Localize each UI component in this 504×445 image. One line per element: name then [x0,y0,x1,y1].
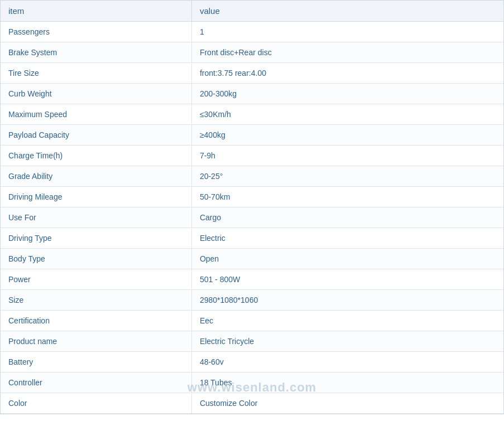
cell-item: Body Type [1,249,191,269]
cell-value: 7-9h [191,146,503,166]
cell-item: Certification [1,311,191,331]
table-row: Driving Mileage50-70km [1,187,503,207]
cell-value: ≤30Km/h [191,104,503,125]
cell-value: Electric [191,228,503,249]
cell-item: Maximum Speed [1,104,191,125]
table-row: Battery48-60v [1,352,503,373]
table-row: Curb Weight200-300kg [1,84,503,104]
cell-value: Open [191,249,503,269]
cell-item: Grade Ability [1,166,191,187]
cell-value: ≥400kg [191,125,503,146]
table-row: Brake SystemFront disc+Rear disc [1,42,503,63]
cell-item: Tire Size [1,63,191,84]
table-row: Product nameElectric Tricycle [1,331,503,352]
cell-item: Battery [1,352,191,373]
cell-item: Passengers [1,22,191,42]
cell-item: Use For [1,207,191,228]
cell-item: Payload Capacity [1,125,191,146]
cell-item: Controller [1,373,191,393]
cell-item: Color [1,393,191,414]
table-row: Passengers1 [1,22,503,42]
table-row: Body TypeOpen [1,249,503,269]
table-row: Size2980*1080*1060 [1,290,503,311]
cell-value: 50-70km [191,187,503,207]
cell-item: Charge Time(h) [1,146,191,166]
cell-value: 2980*1080*1060 [191,290,503,311]
table-row: Use ForCargo [1,207,503,228]
cell-value: 200-300kg [191,84,503,104]
cell-value: Eec [191,311,503,331]
cell-value: Cargo [191,207,503,228]
cell-item: Curb Weight [1,84,191,104]
cell-item: Driving Mileage [1,187,191,207]
table-row: Controller18 Tubes [1,373,503,393]
table-row: Tire Sizefront:3.75 rear:4.00 [1,63,503,84]
cell-value: front:3.75 rear:4.00 [191,63,503,84]
table-row: Charge Time(h)7-9h [1,146,503,166]
header-value: value [191,1,503,22]
table-row: Power501 - 800W [1,269,503,290]
cell-value: 18 Tubes [191,373,503,393]
table-row: Maximum Speed≤30Km/h [1,104,503,125]
cell-value: Front disc+Rear disc [191,42,503,63]
cell-value: 20-25° [191,166,503,187]
table-header-row: item value [1,1,503,22]
spec-table: item value Passengers1Brake SystemFront … [0,0,504,414]
cell-item: Power [1,269,191,290]
table-row: Grade Ability20-25° [1,166,503,187]
cell-item: Brake System [1,42,191,63]
table-row: ColorCustomize Color [1,393,503,414]
table-row: Payload Capacity≥400kg [1,125,503,146]
cell-item: Product name [1,331,191,352]
header-item: item [1,1,191,22]
cell-value: Electric Tricycle [191,331,503,352]
cell-value: 48-60v [191,352,503,373]
cell-value: 501 - 800W [191,269,503,290]
cell-value: 1 [191,22,503,42]
cell-item: Driving Type [1,228,191,249]
cell-value: Customize Color [191,393,503,414]
cell-item: Size [1,290,191,311]
table-row: CertificationEec [1,311,503,331]
table-row: Driving TypeElectric [1,228,503,249]
